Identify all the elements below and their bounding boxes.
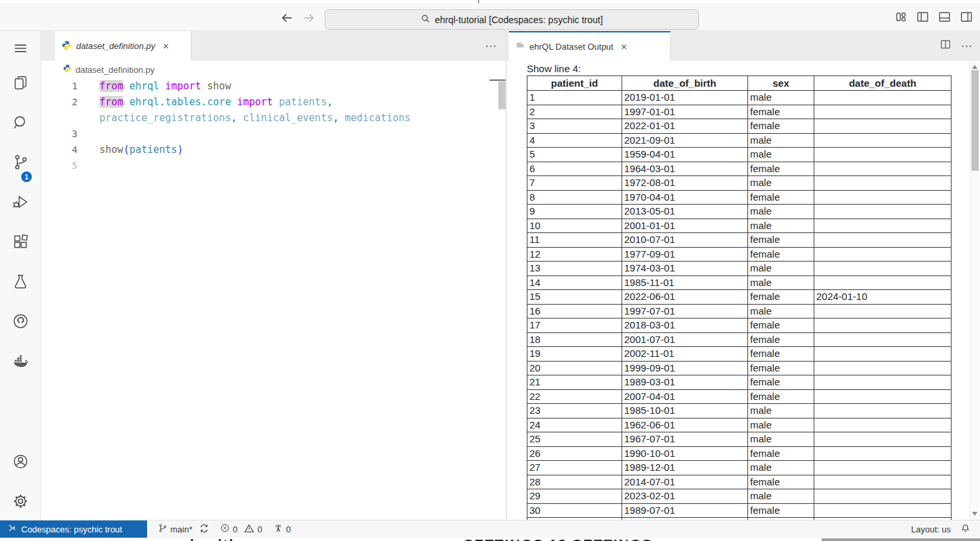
extensions-icon[interactable] [12,233,29,250]
table-cell [814,91,952,105]
split-editor-icon[interactable] [940,38,952,54]
table-cell: 14 [527,275,622,290]
branch-label: main* [170,524,192,534]
customize-layout-icon[interactable] [894,10,908,24]
toggle-panel-icon[interactable] [938,10,952,24]
code-editor[interactable]: 1from ehrql import show2from ehrql.table… [41,78,506,173]
table-cell [814,205,952,219]
table-row: 231985-10-01male [527,404,952,418]
table-cell: 7 [527,176,622,191]
table-cell: 2001-07-01 [622,332,748,347]
table-cell: 22 [527,389,622,404]
table-cell [814,148,952,162]
table-row: 141985-11-01male [527,275,952,290]
run-and-debug-icon[interactable] [12,193,29,211]
table-cell: female [748,375,814,390]
remote-indicator[interactable]: Codespaces: psychic trout [0,520,147,538]
table-row: 81970-04-01female [527,190,952,205]
more-actions-icon[interactable]: ⋯ [485,39,496,53]
table-cell: male [748,432,814,447]
table-row: 21997-01-01female [527,105,952,119]
toggle-primary-sidebar-icon[interactable] [916,10,930,24]
table-cell: 12 [527,247,622,262]
table-cell: 2023-02-01 [622,489,748,504]
table-cell [814,404,952,418]
testing-icon[interactable] [12,273,29,290]
table-cell: female [748,389,814,404]
code-line[interactable]: 2from ehrql.tables.core import patients, [41,94,506,110]
table-cell: male [748,148,814,162]
sync-icon[interactable] [199,523,209,536]
table-cell: 1 [527,91,622,105]
explorer-icon[interactable] [12,74,29,91]
breadcrumb-item[interactable]: dataset_definition.py [76,65,154,75]
editor-scrollbar[interactable] [498,81,506,109]
bell-icon[interactable] [960,523,971,536]
forward-icon[interactable] [301,11,316,25]
table-cell [814,176,952,191]
tab-ehrql-dataset-output[interactable]: ehrQL Dataset Output ✕ [509,31,671,61]
table-cell: female [748,347,814,362]
webview-scrollbar[interactable] [969,61,979,520]
workbench: 1 [0,31,980,520]
table-cell [814,247,952,262]
line-number: 4 [41,142,78,158]
search-view-icon[interactable] [12,114,29,131]
code-line[interactable]: 4show(patients) [41,142,506,158]
table-cell [814,332,952,347]
docker-icon[interactable] [12,352,29,369]
layout-status-item[interactable]: Layout: us [911,524,951,534]
table-cell: 17 [527,319,622,333]
scroll-up-icon[interactable] [972,65,977,69]
table-cell: male [748,205,814,219]
branch-status-item[interactable]: main* [158,523,209,536]
table-cell [814,219,952,233]
background-scrollbar [822,538,980,541]
tab-dataset-definition[interactable]: dataset_definition.py ✕ [55,31,191,61]
code-line[interactable]: 5 [41,158,506,173]
table-cell: 2022-06-01 [622,290,748,305]
problems-status-item[interactable]: 0 0 [220,523,262,536]
github-icon[interactable] [12,313,29,330]
ports-status-item[interactable]: 0 [273,523,291,536]
scrollbar-thumb[interactable] [971,70,979,171]
code-line[interactable]: practice_registrations, clinical_events,… [41,110,506,126]
table-cell: 2019-01-01 [622,91,748,105]
table-cell: 1974-03-01 [622,262,748,276]
code-line[interactable]: 1from ehrql import show [41,78,506,94]
table-cell [814,105,952,119]
table-cell: female [748,119,814,134]
table-cell: male [748,304,814,319]
close-icon[interactable]: ✕ [621,42,627,52]
table-cell [814,133,952,148]
table-row: 241962-06-01male [527,418,952,432]
close-icon[interactable]: ✕ [162,42,169,51]
table-row: 172018-03-01female [527,319,952,333]
command-center[interactable]: ehrql-tutorial [Codespaces: psychic trou… [325,9,699,30]
table-row: 261990-10-01female [527,446,952,461]
table-cell: 2002-11-01 [622,347,748,362]
table-cell [814,304,952,319]
table-cell: 10 [527,219,622,233]
breadcrumb[interactable]: dataset_definition.py [41,61,506,78]
title-bar: ehrql-tutorial [Codespaces: psychic trou… [0,3,980,31]
scroll-down-icon[interactable] [972,512,977,516]
back-icon[interactable] [280,11,294,25]
table-row: 12019-01-01male [527,91,952,105]
table-row: 201999-09-01female [527,361,952,375]
table-cell: 26 [527,446,622,461]
code-line[interactable]: 3 [41,126,506,142]
table-cell [814,233,952,248]
source-control-icon[interactable] [12,154,29,171]
more-actions-icon[interactable]: ⋯ [961,39,972,53]
accounts-icon[interactable] [12,453,29,470]
source-control-badge: 1 [21,172,32,182]
menu-icon[interactable] [12,40,29,57]
vscode-window: ehrql-tutorial [Codespaces: psychic trou… [0,0,980,541]
table-cell: 11 [527,233,622,248]
error-icon [220,523,230,535]
settings-gear-icon[interactable] [12,493,29,510]
table-cell [814,119,952,134]
toggle-secondary-sidebar-icon[interactable] [959,10,973,24]
table-row: 251967-07-01male [527,432,952,447]
